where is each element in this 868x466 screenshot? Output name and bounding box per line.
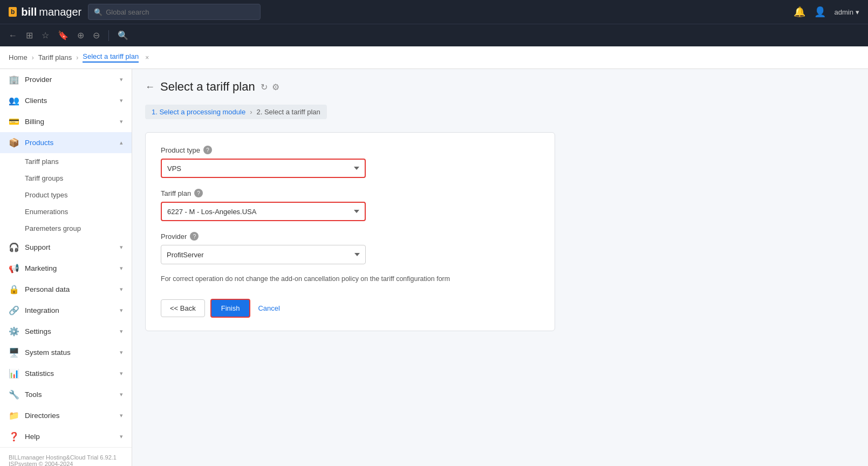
bookmark-icon[interactable]: 🔖 — [56, 28, 71, 43]
marketing-chevron: ▾ — [120, 265, 123, 272]
sidebar-item-tariff-groups[interactable]: Tariff groups — [0, 170, 132, 187]
sidebar-item-directories[interactable]: 📁 Directories ▾ — [0, 405, 132, 426]
toolbar-separator — [108, 30, 109, 41]
system-status-chevron: ▾ — [120, 349, 123, 356]
billing-icon: 💳 — [9, 116, 19, 127]
integration-chevron: ▾ — [120, 307, 123, 314]
breadcrumb-close-icon[interactable]: × — [145, 54, 149, 61]
sidebar-label-integration: Integration — [25, 306, 59, 314]
help-icon: ❓ — [9, 431, 19, 442]
sidebar-item-tools[interactable]: 🔧 Tools ▾ — [0, 384, 132, 405]
page-settings-icon[interactable]: ⚙ — [272, 82, 279, 92]
support-icon: 🎧 — [9, 242, 19, 252]
star-icon[interactable]: ☆ — [39, 28, 51, 43]
add-icon[interactable]: ⊕ — [75, 28, 86, 43]
system-status-icon: 🖥️ — [9, 347, 19, 358]
sidebar-item-help[interactable]: ❓ Help ▾ — [0, 426, 132, 447]
sidebar-item-system-status[interactable]: 🖥️ System status ▾ — [0, 342, 132, 363]
cancel-button[interactable]: Cancel — [256, 300, 282, 317]
admin-label: admin — [835, 8, 853, 16]
global-search-box[interactable]: 🔍 — [88, 4, 261, 20]
global-search-input[interactable] — [106, 8, 255, 16]
products-icon: 📦 — [9, 138, 19, 148]
page-back-button[interactable]: ← — [145, 81, 155, 93]
directories-chevron: ▾ — [120, 412, 123, 419]
provider-select[interactable]: ProfitServer — [161, 245, 366, 264]
sidebar-label-marketing: Marketing — [25, 264, 57, 272]
sidebar-item-products[interactable]: 📦 Products ▴ — [0, 132, 132, 153]
billing-chevron: ▾ — [120, 118, 123, 125]
sidebar-label-settings: Settings — [25, 327, 51, 335]
sidebar-label-provider: Provider — [25, 76, 52, 84]
sidebar-item-enumerations[interactable]: Enumerations — [0, 203, 132, 220]
sidebar-item-marketing[interactable]: 📢 Marketing ▾ — [0, 258, 132, 279]
sidebar-item-billing[interactable]: 💳 Billing ▾ — [0, 111, 132, 132]
topbar: b billmanager 🔍 🔔 👤 admin ▾ — [0, 0, 868, 24]
breadcrumb-home[interactable]: Home — [9, 53, 28, 61]
product-type-select[interactable]: VPS — [161, 159, 366, 178]
sidebar-item-statistics[interactable]: 📊 Statistics ▾ — [0, 363, 132, 384]
logo-bill: bill — [21, 6, 37, 18]
page-title: Select a tariff plan — [160, 80, 255, 94]
sidebar-item-product-types[interactable]: Product types — [0, 187, 132, 203]
statistics-icon: 📊 — [9, 368, 19, 379]
step1[interactable]: 1. Select a processing module — [152, 108, 245, 116]
marketing-icon: 📢 — [9, 263, 19, 273]
notification-icon[interactable]: 🔔 — [794, 6, 805, 18]
statistics-chevron: ▾ — [120, 370, 123, 377]
breadcrumb-tariff-plans[interactable]: Tariff plans — [38, 53, 72, 61]
tariff-plan-help-icon[interactable]: ? — [194, 189, 203, 197]
search-toolbar-icon[interactable]: 🔍 — [115, 28, 131, 43]
sidebar-label-support: Support — [25, 243, 50, 251]
sidebar-item-parameters-group[interactable]: Paremeters group — [0, 220, 132, 237]
provider-group: Provider ? ProfitServer — [161, 232, 539, 264]
app-logo: b billmanager — [9, 6, 81, 18]
back-nav-icon[interactable]: ← — [6, 29, 19, 43]
user-icon[interactable]: 👤 — [814, 6, 826, 18]
sidebar-item-support[interactable]: 🎧 Support ▾ — [0, 237, 132, 258]
sidebar-item-settings[interactable]: ⚙️ Settings ▾ — [0, 321, 132, 342]
footer-line1: BILLmanager Hosting&Cloud Trial 6.92.1 — [9, 454, 123, 461]
sidebar-item-provider[interactable]: 🏢 Provider ▾ — [0, 69, 132, 90]
sidebar-item-tariff-plans[interactable]: Tariff plans — [0, 153, 132, 170]
steps-bar: 1. Select a processing module › 2. Selec… — [145, 105, 327, 119]
main-layout: 🏢 Provider ▾ 👥 Clients ▾ 💳 Billing ▾ 📦 P… — [0, 69, 868, 466]
refresh-icon[interactable]: ↻ — [261, 82, 268, 92]
provider-label: Provider ? — [161, 232, 539, 241]
sidebar-label-statistics: Statistics — [25, 369, 54, 378]
logo-manager: manager — [39, 6, 81, 18]
directories-icon: 📁 — [9, 410, 19, 421]
provider-icon: 🏢 — [9, 74, 19, 85]
support-chevron: ▾ — [120, 244, 123, 251]
personal-data-icon: 🔒 — [9, 284, 19, 294]
sidebar-label-tools: Tools — [25, 390, 42, 399]
admin-menu[interactable]: admin ▾ — [835, 8, 859, 16]
minus-icon[interactable]: ⊖ — [91, 28, 102, 43]
breadcrumb-current[interactable]: Select a tariff plan — [83, 52, 139, 63]
finish-button[interactable]: Finish — [210, 299, 251, 318]
page-header: ← Select a tariff plan ↻ ⚙ — [145, 80, 855, 94]
provider-help-icon[interactable]: ? — [190, 232, 199, 241]
sidebar-item-personal-data[interactable]: 🔒 Personal data ▾ — [0, 279, 132, 300]
sidebar-label-help: Help — [25, 433, 40, 441]
tariff-plan-select[interactable]: 6227 - M - Los-Angeles.USA — [161, 202, 366, 221]
search-icon: 🔍 — [94, 8, 102, 16]
product-type-group: Product type ? VPS — [161, 146, 539, 178]
main-content: ← Select a tariff plan ↻ ⚙ 1. Select a p… — [132, 69, 868, 466]
tariff-plan-label: Tariff plan ? — [161, 189, 539, 197]
action-buttons: << Back Finish Cancel — [161, 299, 539, 318]
sidebar-label-personal-data: Personal data — [25, 285, 70, 293]
back-button[interactable]: << Back — [161, 299, 205, 317]
tariff-plan-group: Tariff plan ? 6227 - M - Los-Angeles.USA — [161, 189, 539, 221]
grid-icon[interactable]: ⊞ — [24, 28, 35, 43]
integration-icon: 🔗 — [9, 305, 19, 316]
product-type-help-icon[interactable]: ? — [203, 146, 212, 154]
sidebar-label-system-status: System status — [25, 348, 71, 357]
sidebar-item-clients[interactable]: 👥 Clients ▾ — [0, 90, 132, 111]
logo-icon: b — [9, 7, 17, 17]
settings-chevron: ▾ — [120, 328, 123, 335]
breadcrumb-bar: Home › Tariff plans › Select a tariff pl… — [0, 46, 868, 69]
header-icons: ↻ ⚙ — [261, 82, 279, 92]
step2[interactable]: 2. Select a tariff plan — [257, 108, 320, 116]
sidebar-item-integration[interactable]: 🔗 Integration ▾ — [0, 300, 132, 321]
